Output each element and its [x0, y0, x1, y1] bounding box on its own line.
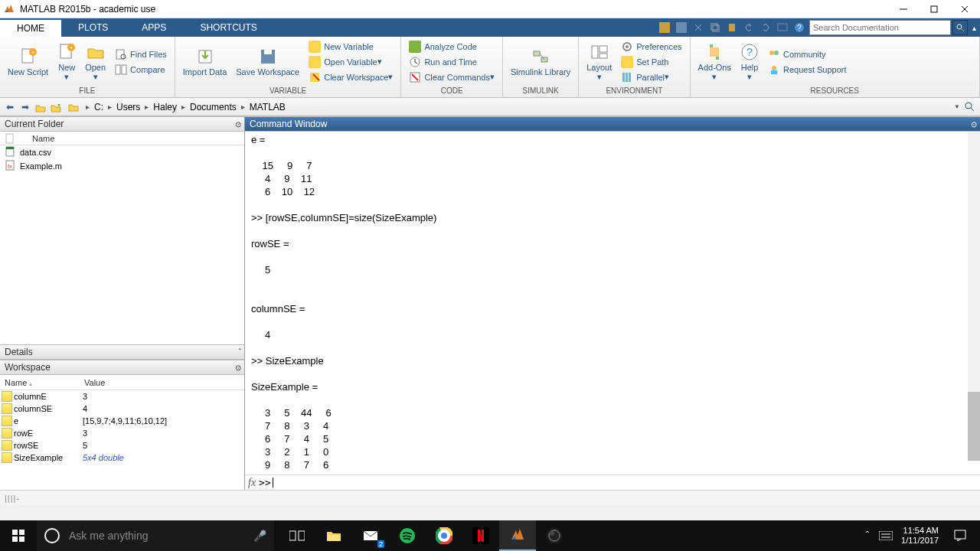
address-dropdown[interactable]: ▼ — [954, 103, 960, 110]
save-icon[interactable] — [673, 19, 690, 36]
new-button[interactable]: +New▾ — [53, 37, 80, 86]
compare-button[interactable]: Compare — [110, 62, 172, 77]
command-output[interactable]: e = 15 9 7 4 9 11 6 10 12 >> [rowSE,colu… — [245, 132, 980, 474]
svg-text:fx: fx — [8, 164, 12, 169]
close-button[interactable] — [949, 0, 980, 18]
undo-icon[interactable] — [740, 19, 757, 36]
details-header[interactable]: Details ˆ — [0, 344, 244, 360]
layout-button[interactable]: Layout▾ — [582, 37, 616, 86]
workspace-menu-icon[interactable]: ⊙ — [235, 364, 241, 372]
crumb-2[interactable]: Haley — [152, 102, 178, 112]
crumb-0[interactable]: C: — [93, 102, 105, 112]
var-name: rowE — [14, 429, 83, 438]
svg-text:+: + — [70, 44, 74, 51]
help-icon[interactable]: ? — [791, 19, 808, 36]
tab-apps[interactable]: APPS — [125, 18, 183, 37]
simulink-library-button[interactable]: Simulink Library — [506, 37, 575, 86]
svg-rect-6 — [711, 24, 717, 30]
ws-column-header[interactable]: Name ▴ Value — [0, 375, 244, 390]
svg-line-13 — [962, 29, 964, 31]
paste-icon[interactable] — [724, 19, 740, 36]
matlab-taskbar-icon[interactable] — [499, 520, 536, 551]
obs-icon[interactable] — [536, 520, 573, 551]
back-button[interactable]: ⬅ — [3, 100, 17, 114]
command-window-header[interactable]: Command Window ⊙ — [245, 116, 980, 132]
tab-plots[interactable]: PLOTS — [61, 18, 125, 37]
mail-icon[interactable]: 2 — [352, 520, 389, 551]
command-window[interactable]: e = 15 9 7 4 9 11 6 10 12 >> [rowSE,colu… — [245, 132, 980, 474]
request-support-button[interactable]: Request Support — [763, 62, 851, 77]
analyze-code-button[interactable]: Analyze Code — [404, 39, 499, 54]
preferences-button[interactable]: Preferences — [616, 39, 686, 54]
var-value: 5x4 double — [83, 453, 244, 462]
ws-row-0[interactable]: columnE3 — [0, 390, 244, 403]
forward-button[interactable]: ➡ — [18, 100, 32, 114]
file-item-1[interactable]: fx Example.m — [0, 159, 244, 173]
main-tab-bar: HOME PLOTS APPS SHORTCUTS ? ▴ — [0, 18, 980, 37]
search-button[interactable] — [952, 20, 968, 35]
clock[interactable]: 11:54 AM 1/11/2017 — [895, 526, 945, 546]
open-variable-button[interactable]: Open Variable ▾ — [304, 54, 397, 70]
workspace-header[interactable]: Workspace ⊙ — [0, 360, 244, 375]
minimize-button[interactable] — [888, 0, 919, 18]
tab-home[interactable]: HOME — [0, 18, 61, 37]
cut-icon[interactable] — [690, 19, 707, 36]
ws-row-1[interactable]: columnSE4 — [0, 403, 244, 415]
parallel-button[interactable]: Parallel ▾ — [616, 70, 686, 85]
crumb-3[interactable]: Documents — [188, 102, 238, 112]
tray-expand-icon[interactable]: ˆ — [858, 520, 877, 551]
netflix-icon[interactable] — [462, 520, 499, 551]
search-input[interactable] — [809, 20, 951, 35]
up-folder-button[interactable] — [34, 100, 47, 114]
tab-shortcuts[interactable]: SHORTCUTS — [183, 18, 273, 37]
action-center-icon[interactable] — [945, 520, 975, 551]
start-button[interactable] — [0, 520, 37, 551]
addons-button[interactable]: Add-Ons▾ — [694, 37, 736, 86]
command-window-menu-icon[interactable]: ⊙ — [971, 120, 977, 129]
chrome-icon[interactable] — [426, 520, 462, 551]
save-workspace-button[interactable]: Save Workspace — [231, 37, 304, 86]
scrollbar[interactable] — [968, 132, 980, 459]
run-and-time-button[interactable]: Run and Time — [404, 54, 499, 70]
details-expand-icon[interactable]: ˆ — [239, 348, 241, 357]
svg-line-51 — [971, 108, 974, 111]
find-files-button[interactable]: Find Files — [110, 47, 172, 62]
maximize-button[interactable] — [919, 0, 949, 18]
help-button[interactable]: ?Help▾ — [736, 37, 763, 86]
file-item-0[interactable]: data.csv — [0, 145, 244, 159]
keyboard-icon[interactable] — [877, 520, 895, 551]
cf-column-header[interactable]: Name — [0, 132, 244, 145]
open-button[interactable]: Open▾ — [80, 37, 110, 86]
copy-icon[interactable] — [707, 19, 724, 36]
scrollbar-thumb[interactable] — [968, 392, 980, 461]
q-icon-1[interactable] — [656, 19, 673, 36]
folder-search-button[interactable] — [963, 100, 977, 114]
spotify-icon[interactable] — [389, 520, 426, 551]
import-data-button[interactable]: Import Data — [178, 37, 231, 86]
task-view-button[interactable] — [279, 520, 315, 551]
browse-folder-button[interactable] — [49, 100, 63, 114]
file-explorer-icon[interactable] — [315, 520, 352, 551]
crumb-4[interactable]: MATLAB — [248, 102, 287, 112]
cortana-search[interactable]: Ask me anything 🎤 — [37, 520, 274, 551]
command-prompt[interactable]: fx >> — [245, 474, 980, 490]
new-script-button[interactable]: +New Script — [3, 37, 53, 86]
clear-workspace-button[interactable]: Clear Workspace ▾ — [304, 70, 397, 85]
window-icon[interactable] — [774, 19, 791, 36]
clear-commands-button[interactable]: Clear Commands ▾ — [404, 70, 499, 85]
ws-row-2[interactable]: e[15,9,7;4,9,11;6,10,12] — [0, 415, 244, 427]
address-bar: ⬅ ➡ ▸ C:▸ Users▸ Haley▸ Documents▸ MATLA… — [0, 98, 980, 116]
community-button[interactable]: Community — [763, 47, 851, 62]
crumb-1[interactable]: Users — [115, 102, 142, 112]
current-folder-menu-icon[interactable]: ⊙ — [235, 120, 241, 129]
set-path-button[interactable]: Set Path — [616, 54, 686, 70]
ws-row-4[interactable]: rowSE5 — [0, 439, 244, 452]
ws-row-5[interactable]: SizeExample5x4 double — [0, 452, 244, 464]
redo-icon[interactable] — [757, 19, 774, 36]
collapse-toolstrip-button[interactable]: ▴ — [968, 20, 980, 35]
new-variable-button[interactable]: New Variable — [304, 39, 397, 54]
workspace-title: Workspace — [5, 362, 51, 373]
ws-row-3[interactable]: rowE3 — [0, 427, 244, 439]
current-folder-header[interactable]: Current Folder ⊙ — [0, 116, 244, 132]
mic-icon[interactable]: 🎤 — [253, 530, 266, 542]
